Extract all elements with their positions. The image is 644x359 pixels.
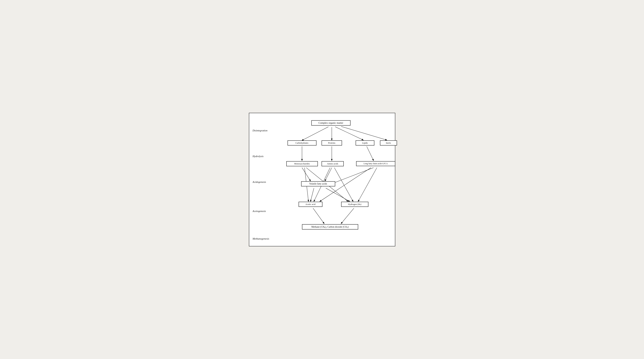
svg-line-8 (325, 168, 332, 181)
node-lfca: Long fatty chain acids-LFCA (356, 161, 395, 166)
node-inerts: Inerts (380, 140, 397, 146)
diagram-flow: Complex organic matter Carbohydrates Pro… (276, 118, 392, 241)
node-acetic-acid: Acetic acid (298, 202, 322, 207)
svg-line-0 (302, 127, 328, 140)
svg-line-12 (334, 168, 353, 201)
svg-line-19 (341, 208, 354, 224)
label-disintegration: Disintegration (253, 129, 276, 133)
diagram-container: Disintegration Hydrolysis Acidogenesis A… (249, 113, 395, 246)
label-acetogenesis: Acetogenesis (253, 209, 276, 213)
node-carbohydrates: Carbohydrates (288, 140, 316, 146)
node-amino-acids: Amino acids (322, 161, 344, 166)
node-monosaccharides: Monosaccharides (286, 161, 318, 166)
svg-line-6 (367, 146, 374, 161)
arrows-svg (276, 118, 392, 241)
svg-line-18 (313, 208, 324, 224)
svg-line-7 (302, 168, 310, 181)
svg-line-2 (335, 127, 363, 140)
node-methane-co2: Methane (CH₄), Carbon dioxide (CO₂) (302, 224, 358, 229)
node-proteins: Proteins (322, 140, 342, 146)
stage-labels: Disintegration Hydrolysis Acidogenesis A… (253, 118, 276, 241)
node-complex-organic: Complex organic matter (311, 120, 350, 126)
label-hydrolysis: Hydrolysis (253, 154, 276, 158)
label-methanogenesis: Methanogenesis (253, 237, 276, 241)
label-acidogenesis: Acidogenesis (253, 180, 276, 184)
svg-line-9 (310, 188, 314, 201)
node-hydrogen: Hydrogen (H₂) (341, 202, 368, 207)
svg-line-15 (358, 168, 377, 201)
node-lipids: Lipids (356, 140, 374, 146)
svg-line-3 (341, 126, 387, 140)
svg-line-13 (329, 168, 374, 185)
node-volatile-fatty-acids: Volatile fatty acids (301, 181, 335, 186)
svg-line-10 (326, 188, 350, 201)
